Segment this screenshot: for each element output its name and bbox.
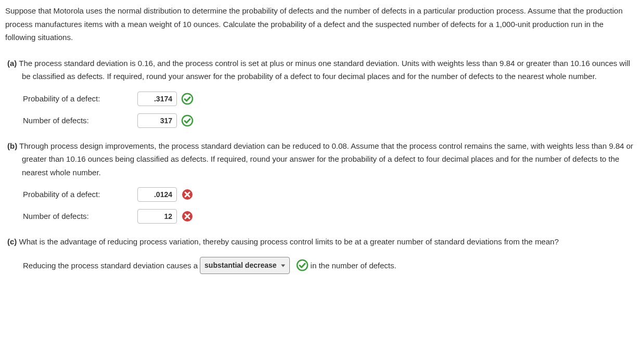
part-a: (a) The process standard deviation is 0.… bbox=[5, 57, 634, 128]
part-c: (c) What is the advantage of reducing pr… bbox=[5, 235, 634, 274]
num-defects-label: Number of defects: bbox=[23, 114, 137, 127]
part-c-label: (c) bbox=[7, 237, 17, 246]
part-c-answer-row: Reducing the process standard deviation … bbox=[5, 257, 634, 275]
part-b-question: (b) Through process design improvements,… bbox=[5, 139, 634, 179]
part-a-prob-row: Probability of a defect: bbox=[23, 92, 634, 106]
part-a-label: (a) bbox=[7, 59, 17, 68]
cross-icon bbox=[181, 210, 194, 223]
prob-defect-label: Probability of a defect: bbox=[23, 92, 137, 106]
part-b-label: (b) bbox=[7, 141, 17, 150]
svg-point-1 bbox=[182, 115, 193, 126]
part-a-question: (a) The process standard deviation is 0.… bbox=[5, 57, 634, 83]
select-value: substantial decrease bbox=[205, 259, 277, 272]
intro-text: Suppose that Motorola uses the normal di… bbox=[5, 4, 634, 44]
answer-suffix: in the number of defects. bbox=[311, 259, 397, 272]
svg-point-0 bbox=[182, 94, 193, 104]
part-c-text: What is the advantage of reducing proces… bbox=[19, 237, 559, 246]
part-b-prob-input[interactable] bbox=[137, 187, 177, 202]
part-a-num-row: Number of defects: bbox=[23, 113, 634, 128]
prob-defect-label: Probability of a defect: bbox=[23, 188, 137, 201]
check-icon bbox=[296, 259, 309, 271]
part-a-text: The process standard deviation is 0.16, … bbox=[19, 59, 630, 81]
part-c-select[interactable]: substantial decrease bbox=[200, 257, 290, 275]
answer-prefix: Reducing the process standard deviation … bbox=[23, 259, 198, 272]
check-icon bbox=[181, 93, 194, 105]
part-c-question: (c) What is the advantage of reducing pr… bbox=[5, 235, 634, 249]
part-a-prob-input[interactable] bbox=[137, 92, 177, 106]
part-b-text: Through process design improvements, the… bbox=[19, 141, 633, 177]
part-b-prob-row: Probability of a defect: bbox=[23, 187, 634, 202]
svg-point-4 bbox=[297, 260, 308, 270]
part-a-num-input[interactable] bbox=[137, 113, 177, 128]
num-defects-label: Number of defects: bbox=[23, 210, 137, 223]
check-icon bbox=[181, 114, 194, 127]
part-b-num-input[interactable] bbox=[137, 209, 177, 224]
part-b-num-row: Number of defects: bbox=[23, 209, 634, 224]
part-b: (b) Through process design improvements,… bbox=[5, 139, 634, 224]
cross-icon bbox=[181, 188, 194, 201]
